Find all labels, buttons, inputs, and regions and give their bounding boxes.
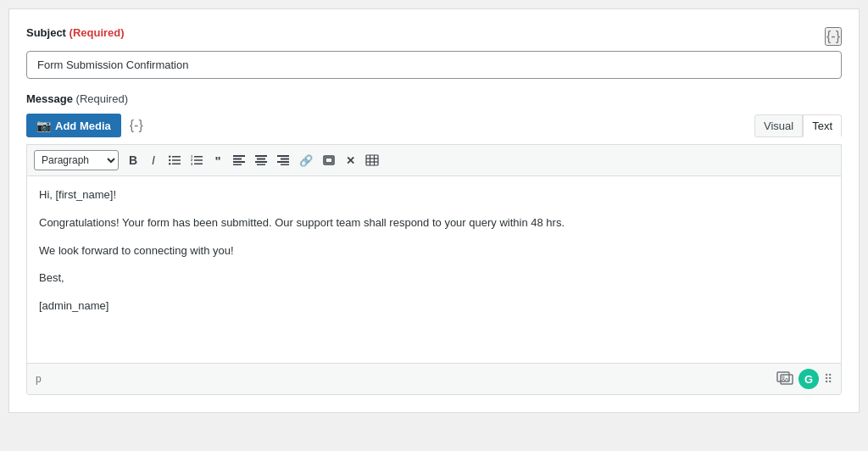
svg-rect-7 (194, 159, 203, 161)
content-line-4: Best, (39, 270, 829, 287)
svg-rect-14 (233, 161, 245, 163)
svg-rect-15 (233, 164, 242, 166)
add-media-button[interactable]: 📷 Add Media (26, 114, 121, 137)
editor-footer: p G ⠿ (27, 363, 841, 394)
content-line-5: [admin_name] (39, 298, 829, 315)
media-library-icon (776, 370, 793, 389)
subject-label-text: Subject (26, 26, 66, 39)
resize-handle[interactable]: ⠿ (824, 372, 832, 386)
table-button[interactable] (361, 151, 383, 170)
blockquote-button[interactable]: " (209, 151, 227, 170)
svg-rect-26 (366, 155, 378, 165)
align-right-button[interactable] (273, 151, 293, 170)
subject-label: Subject (Required) (26, 26, 125, 39)
svg-rect-18 (255, 161, 267, 163)
svg-rect-0 (172, 156, 181, 158)
svg-text:3: 3 (191, 162, 193, 166)
visual-text-tabs: Visual Text (754, 114, 842, 137)
svg-rect-13 (233, 159, 242, 160)
tab-text[interactable]: Text (803, 114, 842, 137)
add-media-label: Add Media (55, 120, 111, 132)
align-left-button[interactable] (229, 151, 249, 170)
remove-formatting-button[interactable]: ✕ (341, 151, 359, 170)
paragraph-select[interactable]: Paragraph Heading 1 Heading 2 Heading 3 … (34, 150, 119, 170)
unordered-list-button[interactable] (164, 151, 185, 170)
fullscreen-button[interactable] (319, 151, 339, 170)
message-label-row: Message (Required) (26, 92, 842, 105)
svg-point-3 (169, 156, 170, 158)
svg-rect-19 (257, 164, 265, 166)
link-button[interactable]: 🔗 (295, 151, 317, 170)
message-dynamic-tags-button[interactable]: {-} (126, 116, 147, 135)
subject-label-row: Subject (Required) {-} (26, 26, 842, 46)
toolbar-left: 📷 Add Media {-} (26, 114, 147, 137)
svg-rect-21 (281, 159, 289, 160)
svg-point-5 (169, 163, 170, 164)
content-line-1: Hi, [first_name]! (39, 187, 829, 204)
align-center-button[interactable] (251, 151, 271, 170)
footer-icons: G ⠿ (776, 369, 832, 389)
email-editor-container: Subject (Required) {-} Message (Required… (8, 8, 860, 413)
svg-point-4 (169, 159, 170, 161)
content-line-2: Congratulations! Your form has been subm… (39, 214, 829, 232)
tab-visual[interactable]: Visual (754, 114, 803, 137)
subject-dynamic-tags-button[interactable]: {-} (825, 27, 842, 46)
editor-content[interactable]: Hi, [first_name]! Congratulations! Your … (27, 176, 841, 363)
svg-rect-23 (281, 164, 289, 166)
bold-button[interactable]: B (124, 151, 142, 170)
subject-input[interactable] (26, 51, 842, 79)
svg-rect-6 (194, 156, 203, 158)
format-toolbar: Paragraph Heading 1 Heading 2 Heading 3 … (27, 145, 841, 176)
svg-rect-25 (326, 158, 332, 163)
svg-rect-22 (277, 161, 289, 163)
content-line-3: We look forward to connecting with you! (39, 242, 829, 260)
grammarly-icon: G (798, 369, 819, 389)
svg-rect-20 (277, 155, 289, 157)
italic-button[interactable]: I (144, 151, 163, 170)
add-media-icon: 📷 (36, 119, 51, 132)
svg-rect-8 (194, 164, 203, 165)
ordered-list-button[interactable]: 123 (186, 151, 207, 170)
message-label: Message (Required) (26, 92, 128, 105)
svg-rect-16 (255, 155, 267, 157)
message-required: (Required) (76, 92, 128, 105)
svg-rect-17 (257, 159, 265, 160)
subject-required: (Required) (70, 26, 125, 39)
svg-rect-1 (172, 159, 181, 161)
editor-wrapper: Paragraph Heading 1 Heading 2 Heading 3 … (26, 144, 842, 395)
editor-top-toolbar: 📷 Add Media {-} Visual Text (26, 114, 842, 137)
svg-rect-2 (172, 164, 181, 165)
svg-rect-12 (233, 155, 245, 157)
editor-footer-tag: p (36, 373, 42, 385)
